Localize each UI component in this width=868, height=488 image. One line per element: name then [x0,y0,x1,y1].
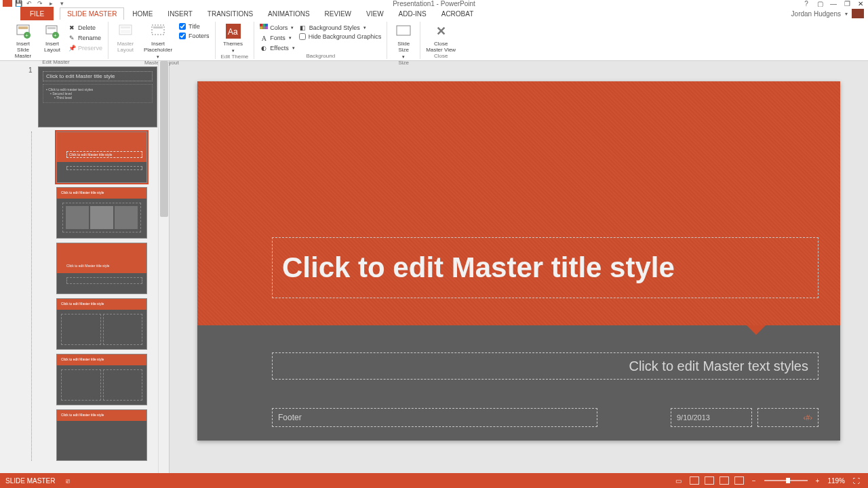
zoom-level[interactable]: 119% [827,477,845,485]
slideshow-view-icon[interactable] [734,476,744,485]
svg-rect-17 [265,24,268,26]
scrollbar-thumb[interactable] [160,61,168,217]
close-master-view-button[interactable]: ✕ Close Master View [426,23,456,53]
svg-rect-20 [265,26,268,29]
svg-rect-21 [397,26,410,35]
tab-review[interactable]: REVIEW [318,8,358,20]
zoom-out-button[interactable]: − [749,476,759,486]
tab-transitions[interactable]: TRANSITIONS [201,8,260,20]
workspace: 1 Click to edit Master title style • Cli… [0,61,868,473]
footers-checkbox[interactable]: Footers [179,33,210,39]
svg-rect-15 [260,24,262,26]
slide-number-placeholder[interactable]: ‹#› [757,408,818,427]
layout-thumbnail-2[interactable]: Click to edit Master title style [56,187,147,239]
footer-placeholder[interactable]: Footer [272,408,597,427]
colors-button[interactable]: Colors▾ [260,23,294,33]
tab-animations[interactable]: ANIMATIONS [261,8,316,20]
slide-canvas-area[interactable]: ↖ Click to edit Master title style Click… [170,61,868,473]
colors-icon [260,24,268,32]
thumbnail-list[interactable]: 1 Click to edit Master title style • Cli… [0,61,158,473]
slide[interactable]: Click to edit Master title style Click t… [197,81,840,441]
svg-rect-18 [260,26,262,29]
master-thumb-title: Click to edit Master title style [43,71,153,81]
reading-view-icon[interactable] [719,476,729,485]
notes-button[interactable]: ▭ [673,476,684,486]
fonts-button[interactable]: AFonts▾ [260,33,294,43]
tab-view[interactable]: VIEW [359,8,391,20]
svg-rect-5 [47,27,56,29]
master-number: 1 [28,66,33,74]
tab-insert[interactable]: INSERT [161,8,199,20]
background-styles-button[interactable]: ◧Background Styles▾ [299,23,382,33]
edit-theme-group-label: Edit Theme [221,54,249,60]
fit-to-window-icon[interactable]: ⛶ [850,476,863,486]
layout-thumbnail-5[interactable]: Click to edit Master title style [56,354,147,405]
insert-layout-icon: + [44,23,60,39]
svg-rect-1 [18,26,28,29]
normal-view-icon[interactable] [690,476,699,485]
status-language-icon[interactable]: ⎚ [63,476,73,486]
svg-rect-19 [262,26,265,29]
svg-text:Aa: Aa [228,27,238,37]
status-bar: SLIDE MASTER ⎚ ▭ − + 119% ⛶ [0,473,868,488]
master-thumbnail[interactable]: Click to edit Master title style • Click… [38,66,157,127]
ribbon-group-master-layout: Master Layout Insert Placeholder ▾ Title… [108,22,216,59]
date-placeholder[interactable]: 9/10/2013 [671,408,752,427]
master-layout-icon [117,23,134,39]
user-avatar[interactable] [852,9,864,18]
ribbon-group-size: Slide Size ▾ Size [387,22,420,59]
zoom-slider[interactable] [764,480,808,481]
subtitle-placeholder[interactable]: Click to edit Master text styles [272,352,818,380]
svg-text:+: + [25,33,28,39]
user-menu-chevron-icon[interactable]: ▾ [845,11,848,17]
tab-acrobat[interactable]: ACROBAT [435,8,481,20]
ribbon-group-edit-master: + Insert Slide Master + Insert Layout ✖D… [4,22,108,59]
ribbon-tab-row: FILE SLIDE MASTER HOME INSERT TRANSITION… [0,7,868,20]
tab-file[interactable]: FILE [20,7,54,20]
user-name[interactable]: Jordan Hudgens [791,10,841,18]
insert-layout-label: Insert Layout [41,41,64,53]
chevron-down-icon: ▾ [402,54,405,60]
insert-placeholder-icon [150,23,166,39]
close-group-label: Close [426,53,456,59]
document-title: Presentation1 - PowerPoint [393,0,475,7]
svg-rect-9 [121,26,130,28]
ribbon: + Insert Slide Master + Insert Layout ✖D… [0,20,868,61]
insert-placeholder-button[interactable]: Insert Placeholder ▾ [141,23,175,60]
bg-styles-icon: ◧ [299,24,307,32]
user-area: Jordan Hudgens ▾ [791,9,864,18]
insert-slide-master-button[interactable]: + Insert Slide Master [9,23,37,59]
layout-thumbnail-1[interactable]: Click to edit Master title style [56,131,147,183]
themes-button[interactable]: Aa Themes ▾ [221,23,245,54]
tab-slide-master[interactable]: SLIDE MASTER [60,7,124,20]
effects-icon: ◐ [260,44,268,52]
svg-rect-16 [262,24,265,26]
hide-bg-checkbox[interactable]: Hide Background Graphics [299,33,382,40]
zoom-in-button[interactable]: + [813,476,823,486]
title-placeholder[interactable]: Click to edit Master title style [272,237,818,298]
insert-layout-button[interactable]: + Insert Layout [41,23,64,53]
svg-rect-12 [153,26,163,28]
svg-text:+: + [54,33,57,39]
rename-button[interactable]: ✎Rename [68,33,102,43]
delete-button[interactable]: ✖Delete [68,23,102,33]
layout-thumbnail-6[interactable]: Click to edit Master title style [56,409,147,461]
background-group-label: Background [260,53,381,59]
effects-button[interactable]: ◐Effects▾ [260,43,294,53]
ribbon-group-close: ✕ Close Master View Close [420,22,461,59]
ribbon-group-edit-theme: Aa Themes ▾ Edit Theme [216,22,255,59]
thumbnail-scrollbar[interactable] [158,61,169,473]
chevron-down-icon: ▾ [232,48,235,54]
fonts-icon: A [260,34,268,42]
ribbon-group-background: Colors▾ AFonts▾ ◐Effects▾ ◧Background St… [254,22,387,59]
layout-tree: Click to edit Master title style Click t… [31,131,154,461]
layout-thumbnail-3[interactable]: Click to edit Master title style [56,243,147,294]
layout-thumbnail-4[interactable]: Click to edit Master title style [56,298,147,350]
preserve-icon: 📌 [68,44,76,52]
tab-addins[interactable]: ADD-INS [392,8,433,20]
slide-size-button[interactable]: Slide Size ▾ [393,23,414,60]
tab-home[interactable]: HOME [125,8,159,20]
thumbnail-panel: 1 Click to edit Master title style • Cli… [0,61,170,473]
title-checkbox[interactable]: Title [179,23,210,30]
sorter-view-icon[interactable] [705,476,714,485]
